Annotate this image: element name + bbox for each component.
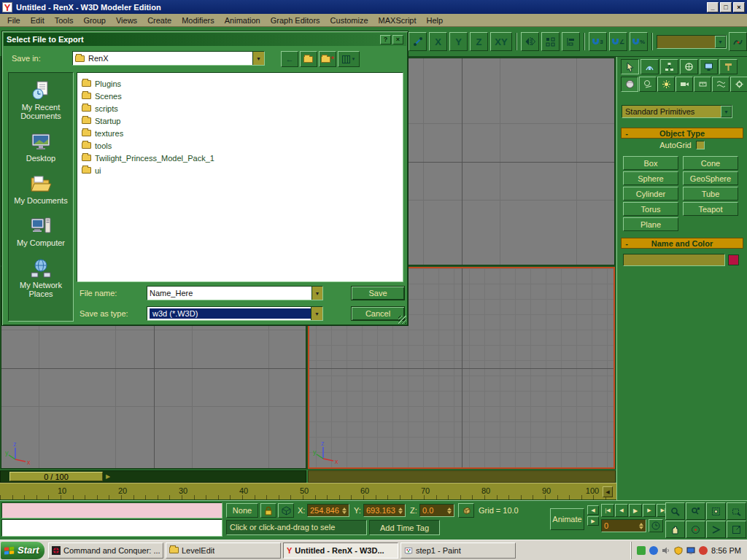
go-to-start-button[interactable]: |◀: [601, 504, 614, 517]
selection-lock-icon[interactable]: [260, 503, 276, 518]
taskbar-item-paint[interactable]: step1 - Paint: [400, 542, 516, 559]
zoom-all-icon[interactable]: [686, 502, 705, 520]
spinner-icon[interactable]: [447, 508, 452, 514]
taskbar-item-command-and-conquer[interactable]: Command and Conquer: ...: [48, 542, 163, 559]
object-color-swatch[interactable]: [728, 254, 739, 265]
tray-network-icon[interactable]: [649, 546, 658, 555]
back-icon[interactable]: ←: [281, 51, 298, 67]
named-selection-button[interactable]: None: [226, 503, 258, 518]
view-menu-icon[interactable]: ▼: [338, 51, 360, 67]
select-and-link-icon[interactable]: [409, 32, 427, 51]
maxscript-mini-listener-white[interactable]: [1, 519, 222, 537]
shapes-category-icon[interactable]: [639, 77, 657, 92]
create-tab-icon[interactable]: [621, 59, 639, 74]
track-bar-ruler[interactable]: 10 20 30 40 50 60 70 80 90 100 ◀: [0, 483, 616, 500]
snap-toggle-icon[interactable]: 3: [589, 32, 607, 51]
menu-maxscript[interactable]: MAXScript: [374, 15, 422, 26]
helpers-category-icon[interactable]: [694, 77, 711, 92]
dialog-help-icon[interactable]: ?: [380, 35, 391, 44]
angle-snap-icon[interactable]: ∠: [609, 32, 627, 51]
save-in-dropdown[interactable]: RenX ▼: [72, 51, 265, 66]
menu-graph-editors[interactable]: Graph Editors: [266, 15, 325, 26]
taskbar-item-leveledit[interactable]: LevelEdit: [166, 542, 281, 559]
time-slider-handle[interactable]: 0 / 100: [9, 472, 103, 481]
folder-row[interactable]: ui: [82, 164, 403, 176]
save-button[interactable]: Save: [351, 286, 405, 300]
object-type-rollout-header[interactable]: - Object Type: [621, 128, 743, 139]
time-slider-left-track[interactable]: 0 / 100 ▶: [0, 470, 306, 483]
previous-key-button[interactable]: ◀: [587, 505, 599, 515]
time-slider-track[interactable]: 0 / 100 ▶: [0, 470, 616, 483]
track-view-icon[interactable]: [729, 32, 747, 51]
dialog-close-icon[interactable]: ×: [392, 35, 403, 44]
field-of-view-icon[interactable]: [706, 521, 726, 538]
folder-row[interactable]: textures: [82, 127, 403, 139]
menu-file[interactable]: File: [2, 15, 26, 26]
display-tab-icon[interactable]: [700, 59, 718, 74]
menu-animation[interactable]: Animation: [220, 15, 266, 26]
min-max-toggle-icon[interactable]: [727, 521, 746, 538]
restrict-y-button[interactable]: Y: [449, 32, 468, 51]
create-new-folder-icon[interactable]: *: [319, 51, 336, 67]
time-slider-right-track[interactable]: [308, 470, 616, 483]
utilities-tab-icon[interactable]: [719, 59, 738, 74]
cameras-category-icon[interactable]: [676, 77, 693, 92]
y-coordinate-field[interactable]: 693.163: [363, 504, 406, 517]
absolute-offset-mode-icon[interactable]: [278, 503, 294, 518]
place-my-documents[interactable]: My Documents: [9, 174, 72, 205]
up-one-level-icon[interactable]: ↑: [300, 51, 317, 67]
named-selection-sets-dropdown[interactable]: ▼: [657, 35, 727, 49]
current-frame-field[interactable]: 0: [601, 519, 646, 532]
menu-help[interactable]: Help: [422, 15, 449, 26]
start-button[interactable]: Start: [1, 542, 44, 559]
lights-category-icon[interactable]: [657, 77, 675, 92]
folder-row[interactable]: tools: [82, 139, 403, 152]
restrict-x-button[interactable]: X: [429, 32, 447, 51]
pan-icon[interactable]: [665, 521, 685, 538]
zoom-extents-icon[interactable]: [706, 502, 726, 520]
chevron-down-icon[interactable]: ▼: [311, 307, 322, 320]
modify-tab-icon[interactable]: [640, 59, 659, 74]
geometry-category-icon[interactable]: [621, 77, 638, 92]
restrict-z-button[interactable]: Z: [470, 32, 488, 51]
menu-tools[interactable]: Tools: [50, 15, 79, 26]
percent-snap-icon[interactable]: %: [630, 32, 648, 51]
spinner-icon[interactable]: [639, 523, 643, 529]
tray-volume-icon[interactable]: [662, 546, 670, 555]
time-configuration-icon[interactable]: [649, 519, 663, 532]
next-frame-button[interactable]: ▶: [643, 504, 656, 517]
tray-shield-icon[interactable]: [674, 546, 683, 555]
zoom-region-icon[interactable]: [727, 502, 746, 520]
box-button[interactable]: Box: [623, 156, 678, 170]
ruler-scroll-left-icon[interactable]: ◀: [603, 486, 613, 497]
add-time-tag-button[interactable]: Add Time Tag: [369, 520, 440, 535]
systems-category-icon[interactable]: [730, 77, 747, 92]
next-key-nub-icon[interactable]: ▶: [106, 473, 110, 480]
chevron-down-icon[interactable]: ▼: [715, 36, 726, 48]
place-desktop[interactable]: Desktop: [9, 131, 72, 163]
file-name-input[interactable]: [147, 287, 311, 300]
menu-customize[interactable]: Customize: [325, 15, 374, 26]
tube-button[interactable]: Tube: [683, 187, 738, 201]
folder-row[interactable]: Startup: [82, 114, 403, 127]
folder-row[interactable]: Twilight_Princess_Model_Pack_1: [82, 152, 403, 164]
torus-button[interactable]: Torus: [623, 202, 678, 216]
previous-frame-button[interactable]: ◀: [615, 504, 628, 517]
place-my-computer[interactable]: My Computer: [9, 216, 72, 247]
align-icon[interactable]: [562, 32, 580, 51]
menu-modifiers[interactable]: Modifiers: [177, 15, 220, 26]
dialog-resize-grip[interactable]: [398, 316, 406, 324]
file-name-combo[interactable]: ▼: [147, 286, 323, 300]
maximize-button[interactable]: □: [720, 2, 732, 12]
place-network-places[interactable]: My Network Places: [9, 258, 72, 298]
x-coordinate-field[interactable]: 254.846: [307, 504, 349, 517]
cancel-button[interactable]: Cancel: [351, 306, 405, 321]
folder-row[interactable]: Plugins: [82, 77, 403, 90]
mirror-icon[interactable]: [521, 32, 539, 51]
minimize-button[interactable]: _: [707, 2, 719, 12]
arc-rotate-icon[interactable]: [686, 521, 705, 538]
spinner-icon[interactable]: [342, 508, 347, 514]
autogrid-checkbox[interactable]: [696, 141, 705, 149]
close-button[interactable]: ×: [733, 2, 745, 12]
animate-button[interactable]: Animate: [550, 508, 584, 530]
